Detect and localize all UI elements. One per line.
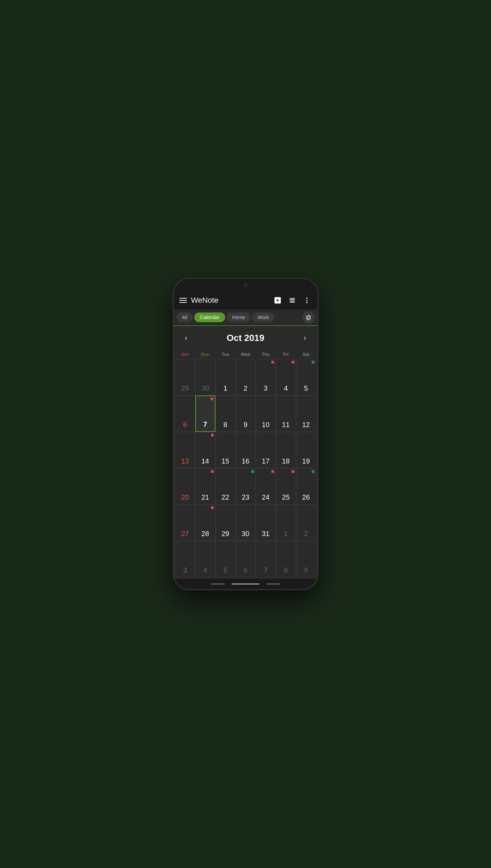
day-header-sun: Sun — [175, 350, 195, 359]
svg-point-8 — [306, 300, 308, 301]
table-row[interactable]: 25 — [276, 468, 296, 505]
table-row[interactable]: 12 — [296, 395, 316, 432]
day-17: 17 — [256, 457, 276, 465]
home-indicator[interactable] — [232, 583, 260, 585]
day-9-next: 9 — [296, 566, 316, 574]
table-row[interactable]: 6 — [236, 541, 256, 577]
prev-month-button[interactable]: ‹ — [181, 332, 192, 344]
table-row[interactable]: 5 — [215, 541, 236, 577]
day-headers: Sun Mon Tue Wed Thu Fri Sat — [174, 350, 318, 359]
table-row[interactable]: 21 — [195, 468, 215, 505]
day-16: 16 — [236, 457, 255, 465]
today-cell[interactable]: 7 — [195, 395, 215, 432]
day-11: 11 — [276, 421, 296, 429]
day-header-wed: Wed — [236, 350, 256, 359]
table-row[interactable]: 3 — [256, 359, 276, 395]
day-6-next: 6 — [236, 566, 255, 574]
table-row[interactable]: 22 — [215, 468, 236, 505]
day-7-today: 7 — [196, 420, 215, 428]
day-20: 20 — [175, 493, 195, 501]
event-dot — [292, 470, 294, 473]
day-9: 9 — [236, 421, 255, 429]
next-month-button[interactable]: › — [300, 332, 311, 344]
more-options-button[interactable] — [302, 295, 312, 306]
settings-tab-button[interactable] — [302, 311, 315, 324]
bottom-bar — [174, 579, 318, 589]
table-row[interactable]: 8 — [276, 541, 296, 577]
table-row[interactable]: 29 — [175, 359, 195, 395]
table-row[interactable]: 3 — [175, 541, 195, 577]
day-header-sat: Sat — [296, 350, 316, 359]
table-row[interactable]: 17 — [256, 432, 276, 468]
day-7-next: 7 — [256, 566, 276, 574]
day-2-next: 2 — [296, 530, 316, 538]
event-dot — [292, 361, 294, 364]
table-row[interactable]: 23 — [236, 468, 256, 505]
day-31: 31 — [256, 530, 276, 538]
tab-calendar[interactable]: Calendar — [194, 312, 225, 322]
day-10: 10 — [256, 421, 276, 429]
table-row[interactable]: 9 — [296, 541, 316, 577]
table-row[interactable]: 16 — [236, 432, 256, 468]
day-5: 5 — [296, 384, 316, 392]
table-row[interactable]: 13 — [175, 432, 195, 468]
day-27: 27 — [175, 530, 195, 538]
tab-all[interactable]: All — [177, 312, 193, 322]
table-row[interactable]: 5 — [296, 359, 316, 395]
day-header-mon: Mon — [195, 350, 215, 359]
table-row[interactable]: 24 — [256, 468, 276, 505]
new-note-button[interactable] — [272, 295, 283, 306]
table-row[interactable]: 27 — [175, 504, 195, 541]
table-row[interactable]: 31 — [256, 504, 276, 541]
table-row[interactable]: 30 — [195, 359, 215, 395]
table-row[interactable]: 19 — [296, 432, 316, 468]
app-bar: WeNote — [174, 291, 318, 309]
tab-work[interactable]: Work — [252, 312, 274, 322]
app-title: WeNote — [191, 296, 268, 305]
table-row[interactable]: 1 — [215, 359, 236, 395]
table-row[interactable]: 8 — [215, 395, 236, 432]
table-row[interactable]: 9 — [236, 395, 256, 432]
day-24: 24 — [256, 493, 276, 501]
table-row[interactable]: 2 — [236, 359, 256, 395]
day-28: 28 — [196, 530, 215, 538]
table-row[interactable]: 2 — [296, 504, 316, 541]
table-row[interactable]: 4 — [276, 359, 296, 395]
day-30-prev: 30 — [196, 384, 215, 392]
table-row[interactable]: 1 — [276, 504, 296, 541]
table-row[interactable]: 18 — [276, 432, 296, 468]
event-dot — [211, 506, 214, 509]
table-row[interactable]: 14 — [195, 432, 215, 468]
phone-frame: WeNote — [173, 278, 319, 590]
day-8: 8 — [216, 421, 235, 429]
day-2: 2 — [236, 384, 255, 392]
table-row[interactable]: 26 — [296, 468, 316, 505]
day-header-fri: Fri — [276, 350, 296, 359]
table-row[interactable]: 28 — [195, 504, 215, 541]
table-row[interactable]: 11 — [276, 395, 296, 432]
nav-indicator-left — [211, 583, 225, 585]
table-row[interactable]: 20 — [175, 468, 195, 505]
day-25: 25 — [276, 493, 296, 501]
event-dot — [211, 398, 213, 400]
table-row[interactable]: 6 — [175, 395, 195, 432]
table-row[interactable]: 30 — [236, 504, 256, 541]
day-19: 19 — [296, 457, 316, 465]
menu-button[interactable] — [179, 298, 187, 303]
day-header-thu: Thu — [256, 350, 276, 359]
event-dot — [271, 470, 274, 473]
status-bar — [174, 279, 318, 291]
table-row[interactable]: 15 — [215, 432, 236, 468]
table-row[interactable]: 4 — [195, 541, 215, 577]
svg-point-9 — [306, 302, 308, 303]
table-row[interactable]: 29 — [215, 504, 236, 541]
table-row[interactable]: 10 — [256, 395, 276, 432]
list-view-button[interactable] — [287, 295, 297, 306]
tab-bar: All Calendar Home Work — [174, 309, 318, 326]
day-18: 18 — [276, 457, 296, 465]
day-15: 15 — [216, 457, 235, 465]
day-header-tue: Tue — [215, 350, 236, 359]
table-row[interactable]: 7 — [256, 541, 276, 577]
tab-home[interactable]: Home — [227, 312, 251, 322]
day-26: 26 — [296, 493, 316, 501]
